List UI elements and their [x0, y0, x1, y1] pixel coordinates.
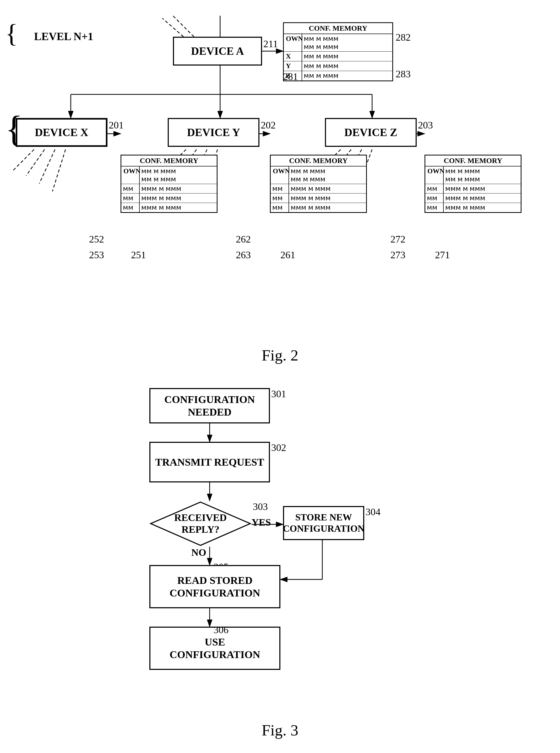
- ref-263: 263: [236, 249, 251, 260]
- conf-memory-a: CONF. MEMORY OWN ᴍᴍ ᴍ ᴍᴍᴍᴍᴍ ᴍ ᴍᴍᴍ X ᴍᴍ ᴍ…: [283, 22, 393, 81]
- conf-memory-y: CONF. MEMORY OWN ᴍᴍ ᴍ ᴍᴍᴍᴍᴍ ᴍ ᴍᴍᴍ ᴍᴍ ᴍᴍᴍ…: [270, 155, 367, 213]
- ref-203: 203: [418, 119, 433, 131]
- ref-271: 271: [435, 249, 450, 260]
- ref-283: 283: [396, 68, 411, 80]
- flow-diamond-303: RECEIVED REPLY?: [149, 501, 252, 547]
- page: { LEVEL N+1 { LEVEL N DEVICE A 211 CONF.…: [0, 0, 560, 753]
- svg-line-24: [173, 16, 194, 37]
- conf-a-x-label: X: [284, 52, 302, 61]
- flow-box-302: TRANSMIT REQUEST: [149, 442, 270, 482]
- fig3-label: Fig. 3: [262, 721, 298, 739]
- flow-box-301: CONFIGURATION NEEDED: [149, 388, 270, 423]
- conf-memory-a-title: CONF. MEMORY: [284, 23, 392, 34]
- ref-251: 251: [131, 249, 146, 260]
- ref-252: 252: [89, 233, 104, 245]
- conf-a-y-data: ᴍᴍ ᴍ ᴍᴍᴍ: [302, 61, 392, 71]
- svg-line-11: [13, 150, 34, 170]
- ref-202: 202: [261, 119, 276, 131]
- conf-a-own: OWN: [284, 34, 302, 52]
- svg-line-12: [26, 150, 44, 176]
- conf-memory-x: CONF. MEMORY OWN ᴍᴍ ᴍ ᴍᴍᴍᴍᴍ ᴍ ᴍᴍᴍ ᴍᴍ ᴍᴍᴍ…: [121, 155, 218, 213]
- device-z-box: DEVICE Z: [325, 118, 417, 147]
- ref-301: 301: [271, 388, 286, 400]
- ref-306: 306: [214, 624, 228, 636]
- device-y-box: DEVICE Y: [168, 118, 259, 147]
- ref-262: 262: [236, 233, 251, 245]
- diamond-303-text: RECEIVED REPLY?: [169, 512, 232, 536]
- no-label: NO: [191, 547, 206, 558]
- fig2-area: { LEVEL N+1 { LEVEL N DEVICE A 211 CONF.…: [0, 8, 560, 370]
- svg-line-14: [53, 150, 65, 191]
- yes-label: YES: [252, 517, 271, 528]
- fig3-svg: [0, 372, 560, 745]
- conf-memory-x-title: CONF. MEMORY: [121, 155, 217, 167]
- svg-line-13: [39, 150, 55, 184]
- ref-211: 211: [263, 38, 278, 50]
- conf-a-z-data: ᴍᴍ ᴍ ᴍᴍᴍ: [302, 71, 392, 80]
- conf-a-x-data: ᴍᴍ ᴍ ᴍᴍᴍ: [302, 52, 392, 61]
- conf-memory-z: CONF. MEMORY OWN ᴍᴍ ᴍ ᴍᴍᴍᴍᴍ ᴍ ᴍᴍᴍ ᴍᴍ ᴍᴍᴍ…: [424, 155, 521, 213]
- flow-box-305: READ STORED CONFIGURATION: [149, 565, 280, 608]
- curly-brace-n1: {: [5, 18, 18, 49]
- flow-box-304: STORE NEW CONFIGURATION: [283, 506, 364, 540]
- ref-261: 261: [280, 249, 295, 260]
- device-x-box: DEVICE X: [16, 118, 107, 147]
- svg-line-23: [162, 18, 183, 37]
- conf-a-y-label: Y: [284, 61, 302, 71]
- ref-282: 282: [396, 32, 411, 43]
- ref-272: 272: [391, 233, 405, 245]
- fig2-label: Fig. 2: [262, 346, 298, 364]
- level-n1-label: LEVEL N+1: [34, 30, 93, 43]
- ref-273: 273: [391, 249, 405, 260]
- fig3-area: CONFIGURATION NEEDED 301 TRANSMIT REQUES…: [0, 372, 560, 745]
- device-a-box: DEVICE A: [173, 37, 262, 65]
- ref-281: 281: [283, 71, 298, 82]
- ref-201: 201: [109, 119, 124, 131]
- ref-253: 253: [89, 249, 104, 260]
- ref-302: 302: [271, 442, 286, 453]
- ref-304: 304: [365, 506, 380, 518]
- ref-303: 303: [253, 501, 268, 512]
- conf-a-own-data: ᴍᴍ ᴍ ᴍᴍᴍᴍᴍ ᴍ ᴍᴍᴍ: [302, 34, 392, 52]
